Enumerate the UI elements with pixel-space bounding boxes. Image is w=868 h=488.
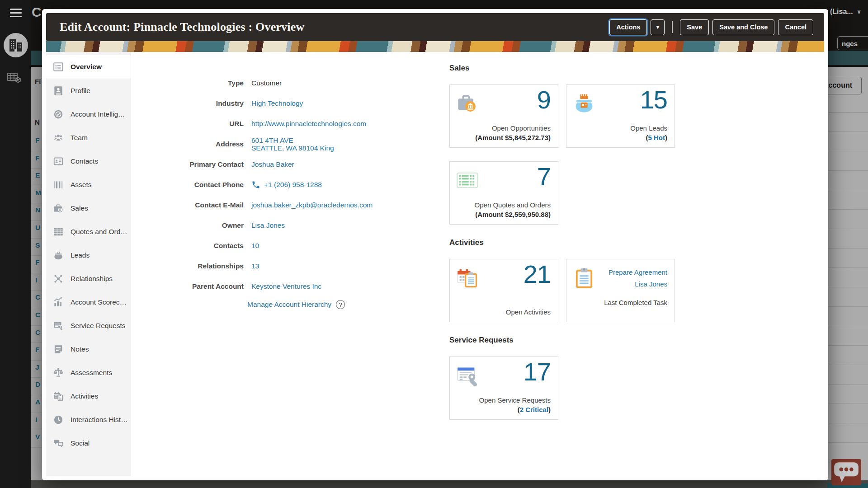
- field-value-url[interactable]: http://www.pinnacletechnologies.com: [251, 120, 366, 127]
- save-button[interactable]: Save: [680, 19, 709, 35]
- field-label: Address: [131, 140, 244, 148]
- cancel-button[interactable]: Cancel: [778, 19, 813, 35]
- bg-row-letter: I: [35, 276, 37, 284]
- sidebar-item-assets[interactable]: Assets: [46, 173, 131, 197]
- bg-row-letter: M: [35, 189, 41, 197]
- edit-account-modal: Edit Account: Pinnacle Technologies : Ov…: [42, 9, 828, 480]
- actions-dropdown-icon[interactable]: ▼: [651, 19, 665, 35]
- field-row-industry: IndustryHigh Technology: [131, 93, 448, 113]
- metric-label: Open Leads: [630, 123, 667, 133]
- sidebar-item-contacts[interactable]: Contacts: [46, 150, 131, 173]
- app-left-rail: [0, 0, 31, 488]
- metrics-column: Sales9Open Opportunities(Amount $5,845,2…: [449, 64, 684, 433]
- quotes-icon: [52, 226, 64, 238]
- help-icon[interactable]: ?: [336, 300, 345, 309]
- card-open-leads[interactable]: 15Open Leads(5 Hot): [566, 84, 675, 148]
- bg-row-letter: C: [35, 311, 40, 319]
- sidebar-item-social[interactable]: Social: [46, 432, 131, 455]
- grid-cube-icon[interactable]: [7, 71, 21, 85]
- sidebar-item-label: Assessments: [71, 369, 112, 377]
- changes-button[interactable]: nges: [837, 36, 868, 50]
- sidebar-item-team[interactable]: Team: [46, 126, 131, 150]
- section-title-activities: Activities: [449, 238, 684, 247]
- field-value-relationships[interactable]: 13: [251, 262, 259, 270]
- sidebar-item-label: Account Intellig…: [71, 110, 125, 118]
- sidebar-item-overview[interactable]: Overview: [46, 55, 131, 79]
- notes-icon: [52, 343, 64, 355]
- bg-row-letter: I: [35, 416, 37, 424]
- manage-account-hierarchy-link[interactable]: Manage Account Hierarchy: [247, 300, 331, 309]
- task-clipboard-icon: [572, 266, 596, 290]
- bg-brand-logo-fragment: C: [32, 5, 42, 20]
- sidebar-item-account-scorec[interactable]: Account Scorec…: [46, 291, 131, 314]
- sidebar-item-label: Overview: [71, 63, 102, 71]
- metric-number: 17: [524, 358, 551, 386]
- task-owner-link[interactable]: Lisa Jones: [604, 278, 667, 290]
- metric-label: Open Service Requests: [479, 395, 551, 405]
- sidebar-item-leads[interactable]: Leads: [46, 244, 131, 267]
- task-link[interactable]: Prepare Agreement: [604, 267, 667, 278]
- save-and-close-button[interactable]: Save and Close: [712, 19, 774, 35]
- actions-button[interactable]: Actions: [609, 19, 647, 35]
- metric-sublabel: (5 Hot): [630, 133, 667, 142]
- sidebar-item-label: Assets: [71, 181, 92, 189]
- card-last-completed-task[interactable]: Prepare AgreementLisa JonesLast Complete…: [566, 259, 675, 322]
- sidebar-item-relationships[interactable]: Relationships: [46, 267, 131, 291]
- sidebar-item-activities[interactable]: Activities: [46, 385, 131, 408]
- sidebar-item-sales[interactable]: Sales: [46, 197, 131, 220]
- card-open-service-requests[interactable]: 17Open Service Requests(2 Critical): [449, 357, 558, 420]
- card-open-quotes-and-orders[interactable]: 7Open Quotes and Orders(Amount $2,559,95…: [449, 161, 558, 225]
- feedback-chat-button[interactable]: [831, 459, 861, 485]
- field-value-address[interactable]: 601 4TH AVESEATTLE, WA 98104 King: [251, 136, 334, 152]
- modal-body: OverviewProfileAccount Intellig…TeamCont…: [46, 52, 824, 476]
- field-value-primary-contact[interactable]: Joshua Baker: [251, 160, 294, 168]
- card-open-opportunities[interactable]: 9Open Opportunities(Amount $5,845,272.73…: [449, 84, 558, 148]
- sidebar-item-notes[interactable]: Notes: [46, 338, 131, 361]
- field-label: Contact Phone: [131, 181, 244, 189]
- hamburger-menu-icon[interactable]: [10, 9, 22, 19]
- sidebar-item-profile[interactable]: Profile: [46, 79, 131, 103]
- metric-number: 21: [524, 260, 551, 289]
- overview-icon: [52, 61, 64, 73]
- sidebar-item-label: Account Scorec…: [71, 298, 127, 306]
- metric-number: 15: [640, 86, 667, 114]
- chat-bubble-icon: [831, 459, 861, 485]
- sidebar-item-interactions-hist[interactable]: Interactions Hist…: [46, 408, 131, 432]
- field-label: Relationships: [131, 262, 244, 270]
- field-value-contact-e-mail[interactable]: joshua.baker_zkpb@oracledemos.com: [251, 201, 373, 209]
- sidebar-item-assessments[interactable]: Assessments: [46, 361, 131, 385]
- sales-icon: [52, 202, 64, 214]
- bg-row-letter: J: [35, 363, 39, 371]
- modal-content: TypeCustomerIndustryHigh TechnologyURLht…: [131, 52, 824, 476]
- activities-icon: [52, 390, 64, 402]
- sidebar-item-account-intellig[interactable]: Account Intellig…: [46, 103, 131, 126]
- field-value-contact-phone[interactable]: +1 (206) 958-1288: [264, 181, 322, 188]
- field-value-type: Customer: [251, 79, 282, 87]
- metric-label: Open Quotes and Orders: [475, 200, 551, 210]
- user-menu[interactable]: (Lisa... ∨: [830, 8, 861, 16]
- accounts-badge-icon[interactable]: [4, 33, 28, 57]
- assessments-icon: [52, 367, 64, 379]
- bg-row-letter: U: [35, 224, 40, 232]
- metric-sublabel: (Amount $2,559,950.88): [475, 210, 551, 219]
- sidebar-item-label: Profile: [71, 87, 90, 95]
- field-value-contacts[interactable]: 10: [251, 242, 259, 249]
- sidebar-item-label: Interactions Hist…: [71, 416, 127, 424]
- relationships-icon: [52, 273, 64, 285]
- team-icon: [52, 132, 64, 144]
- field-value-industry[interactable]: High Technology: [251, 99, 303, 107]
- metric-number: 9: [537, 86, 551, 114]
- card-open-activities[interactable]: 21Open Activities: [449, 259, 558, 322]
- sidebar-item-quotes-and-ord[interactable]: Quotes and Ord…: [46, 220, 131, 244]
- sidebar-item-label: Service Requests: [71, 322, 125, 330]
- sidebar-item-label: Leads: [71, 251, 90, 259]
- contacts-icon: [52, 155, 64, 167]
- field-value-owner[interactable]: Lisa Jones: [251, 221, 285, 229]
- bg-row-letter: V: [35, 433, 40, 441]
- bg-page-text-fragment: Fi: [35, 78, 41, 85]
- metric-label: Open Activities: [506, 307, 551, 317]
- field-value-parent-account[interactable]: Keystone Ventures Inc: [251, 282, 321, 290]
- sidebar-item-service-requests[interactable]: Service Requests: [46, 314, 131, 338]
- metric-sublabel: (Amount $5,845,272.73): [475, 133, 551, 142]
- modal-sidebar: OverviewProfileAccount Intellig…TeamCont…: [46, 52, 131, 476]
